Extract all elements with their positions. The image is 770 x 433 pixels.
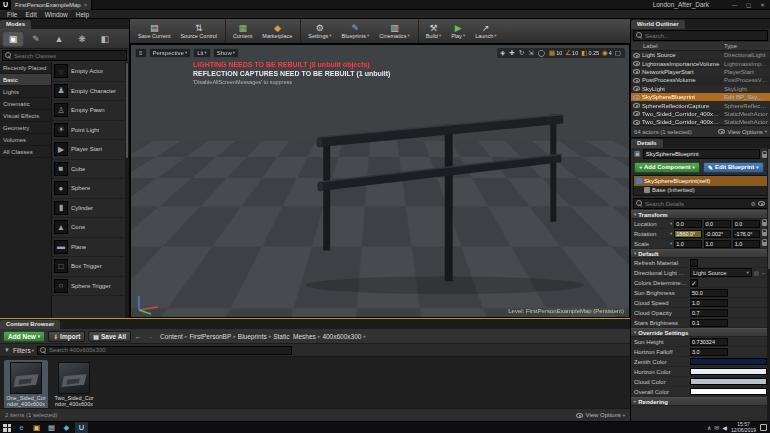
viewport-tool-button[interactable]: ∠ 10 [565, 49, 578, 57]
mode-tab-icon[interactable]: ✎ [25, 31, 47, 47]
rotation-z-field[interactable]: -176.0° [733, 230, 760, 238]
outliner-column-headers[interactable]: Label Type [631, 42, 770, 51]
window-minimize-button[interactable]: — [730, 2, 739, 8]
menu-item[interactable]: Window [41, 10, 72, 19]
forward-button[interactable]: → [146, 333, 155, 340]
section-override-settings[interactable]: ▾Override Settings [631, 328, 770, 337]
start-button[interactable] [3, 424, 11, 432]
visibility-eye-icon[interactable] [633, 86, 640, 91]
outliner-search-input[interactable] [645, 33, 765, 39]
viewport-tool-button[interactable]: ▦ 10 [549, 49, 562, 57]
viewmode-button[interactable]: Lit▾ [193, 48, 211, 58]
viewmode-button[interactable]: Show▾ [213, 48, 239, 58]
colors-determined-checkbox[interactable] [690, 279, 698, 287]
menu-item[interactable]: Help [72, 10, 93, 19]
tab-world-outliner[interactable]: World Outliner [631, 20, 685, 29]
section-default[interactable]: ▾Default [631, 249, 770, 258]
cloud-speed-field[interactable]: 1.0 [690, 299, 728, 307]
scrollbar[interactable] [125, 62, 129, 318]
rotation-x-field[interactable]: 1860.0° [674, 230, 701, 238]
placeable-item[interactable]: ▶ Player Start [52, 140, 124, 160]
menu-item[interactable]: Edit [21, 10, 40, 19]
breadcrumb-item[interactable]: 400x600x300 [322, 333, 361, 340]
overall-color-swatch[interactable] [690, 388, 767, 395]
viewmode-button[interactable]: Perspective▾ [149, 48, 192, 58]
location-z-field[interactable]: 0.0 [733, 220, 760, 228]
column-label[interactable]: Label [633, 43, 724, 49]
taskbar-app-icon[interactable]: ◆ [60, 422, 73, 433]
import-button[interactable]: ⇓Import [48, 331, 85, 342]
refresh-material-checkbox[interactable] [690, 259, 698, 267]
section-transform[interactable]: ▾Transform [631, 210, 770, 219]
visibility-eye-icon[interactable] [633, 78, 640, 83]
horizon-falloff-field[interactable]: 3.0 [690, 348, 728, 356]
outliner-row[interactable]: SphereReflectionCapture SphereReflection… [631, 101, 770, 109]
category-item[interactable]: Cinematic [0, 98, 51, 110]
viewport-tool-button[interactable]: ◯ [538, 49, 546, 57]
placeable-item[interactable]: ○ Sphere Trigger [52, 277, 124, 297]
save-all-button[interactable]: ▤Save All [88, 331, 131, 342]
viewport-menu-button[interactable]: ≡ [135, 48, 147, 58]
asset-tile[interactable]: Two_Sided_Corridor_400x600x300 [52, 360, 96, 408]
outliner-row[interactable]: SkySphereBlueprint Edit BP_Sky_Sphere [631, 93, 770, 101]
gear-icon[interactable]: ⚙ [751, 200, 756, 207]
taskbar-app-icon[interactable]: e [15, 422, 28, 433]
toolbar-button[interactable]: ⚙ Settings▾ [300, 19, 335, 43]
toolbar-button[interactable]: ⚒ Build▾ [418, 19, 446, 43]
edit-blueprint-button[interactable]: ✎Edit Blueprint▾ [703, 162, 764, 173]
placeable-item[interactable]: ● Sphere [52, 179, 124, 199]
rotation-y-field[interactable]: -0.002° [704, 230, 731, 238]
outliner-row[interactable]: Two_Sided_Corridor_400x600x300 StaticMes… [631, 118, 770, 125]
details-search-input[interactable] [645, 201, 749, 207]
location-label[interactable]: Location [634, 221, 668, 227]
outliner-view-options-button[interactable]: View Options▾ [718, 129, 767, 135]
tab-details[interactable]: Details [631, 139, 663, 148]
stars-brightness-field[interactable]: 0.1 [690, 319, 728, 327]
visibility-eye-icon[interactable] [633, 69, 640, 74]
viewport-tool-button[interactable]: ◧ 0.25 [581, 49, 599, 57]
category-item[interactable]: Volumes [0, 134, 51, 146]
placeable-item[interactable]: □ Box Trigger [52, 257, 124, 277]
tray-icon[interactable]: ◀ [722, 424, 727, 431]
outliner-row[interactable]: Light Source DirectionalLight [631, 51, 770, 59]
outliner-row[interactable]: LightmassImportanceVolume LightmassImpor… [631, 59, 770, 67]
toolbar-button[interactable]: ◆ Marketplace▾ [258, 19, 296, 43]
zenith-color-swatch[interactable] [690, 358, 767, 365]
mode-tab-icon[interactable]: ◧ [94, 31, 116, 47]
taskbar-clock[interactable]: 15:57 12/06/2019 [731, 422, 756, 433]
toolbar-button[interactable]: ⇅ Source Control▾ [176, 19, 221, 43]
filters-button[interactable]: Filters▾ [13, 347, 34, 354]
menu-item[interactable]: File [3, 10, 21, 19]
mode-tab-icon[interactable]: ▣ [2, 31, 24, 47]
directional-light-dropdown[interactable]: Light Source▾ [690, 268, 752, 277]
back-button[interactable]: ← [134, 333, 143, 340]
taskbar-app-icon[interactable]: ▦ [45, 422, 58, 433]
outliner-row[interactable]: SkyLight SkyLight [631, 85, 770, 93]
placeable-item[interactable]: ▲ Cone [52, 218, 124, 238]
placeable-item[interactable]: ▬ Plane [52, 238, 124, 258]
tab-content-browser[interactable]: Content Browser [0, 320, 60, 329]
mode-tab-icon[interactable]: ❋ [71, 31, 93, 47]
viewport-tool-button[interactable]: ▢ [615, 49, 622, 57]
asset-search-input[interactable] [49, 347, 289, 353]
tab-modes[interactable]: Modes [0, 20, 31, 29]
actor-name-field[interactable] [643, 149, 760, 159]
cb-view-options-button[interactable]: View Options▾ [576, 412, 625, 418]
visibility-eye-icon[interactable] [633, 61, 640, 66]
modes-search-input[interactable] [14, 53, 124, 59]
scrollbar-thumb[interactable] [126, 63, 128, 158]
location-y-field[interactable]: 0.0 [704, 220, 731, 228]
category-item[interactable]: Lights [0, 86, 51, 98]
category-item[interactable]: Visual Effects [0, 110, 51, 122]
rotation-label[interactable]: Rotation [634, 231, 668, 237]
horizon-color-swatch[interactable] [690, 368, 767, 375]
taskbar-app-icon[interactable]: U [75, 422, 88, 433]
viewport-tool-button[interactable]: ◈ [500, 49, 506, 57]
mode-tab-icon[interactable]: ▲ [48, 31, 70, 47]
placeable-item[interactable]: ▮ Cylinder [52, 199, 124, 219]
breadcrumb-item[interactable]: Content [160, 333, 183, 340]
category-item[interactable]: Geometry [0, 122, 51, 134]
scrollbar-thumb[interactable] [768, 149, 770, 269]
taskbar-app-icon[interactable]: ▣ [30, 422, 43, 433]
action-center-icon[interactable] [760, 424, 767, 431]
